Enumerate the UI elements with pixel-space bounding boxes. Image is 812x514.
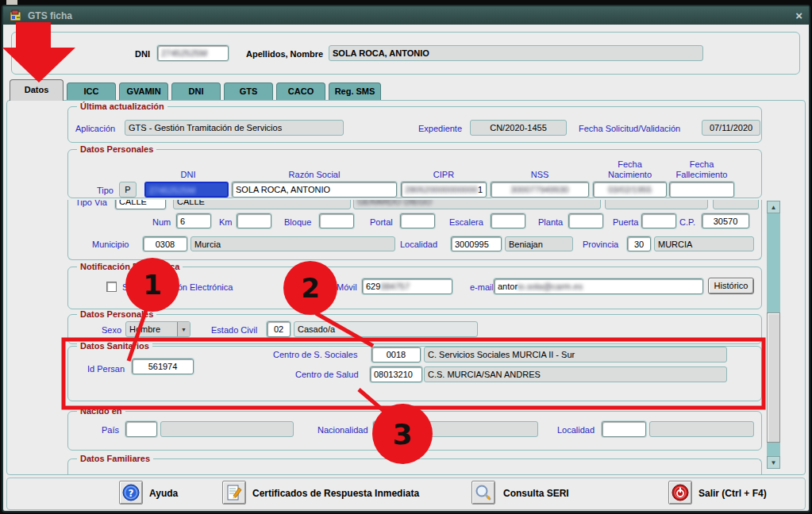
- fecha-nacimiento-field[interactable]: 03/02/1955: [593, 182, 667, 198]
- title-bar[interactable]: GTS ficha ×: [3, 6, 809, 25]
- svg-text:?: ?: [129, 488, 134, 499]
- cp-field[interactable]: 30570: [702, 213, 749, 228]
- desktop-stage: GTS ficha × DNI 27452525M Apellidos, Nom…: [0, 0, 812, 514]
- col-fecha-fallecimiento-1: Fecha: [669, 159, 734, 169]
- municipio-code-field[interactable]: 0308: [143, 236, 187, 251]
- certificados-button[interactable]: [222, 481, 246, 504]
- historico-button[interactable]: Histórico: [708, 278, 754, 294]
- portal-label: Portal: [370, 217, 393, 227]
- salir-button[interactable]: [668, 481, 692, 504]
- nacionalidad-code-field[interactable]: 001: [373, 421, 402, 437]
- planta-label: Planta: [538, 217, 563, 227]
- nacido-localidad-code-field[interactable]: [602, 421, 646, 437]
- tipo-via-desc-field: CALLE: [173, 200, 351, 209]
- solo-notificacion-label: Sólo Notificación Electrónica: [122, 282, 233, 292]
- tab-datos[interactable]: Datos: [10, 79, 63, 101]
- expediente-field: CN/2020-1455: [470, 120, 567, 136]
- power-icon: [672, 484, 689, 501]
- tab-caco[interactable]: CACO: [276, 82, 325, 101]
- id-persan-label: Id Persan: [87, 364, 125, 374]
- header-dni-field[interactable]: 27452525M: [157, 45, 229, 61]
- provincia-code-field[interactable]: 30: [627, 236, 651, 251]
- col-dni: DNI: [148, 170, 228, 179]
- provincia-label: Provincia: [583, 240, 618, 249]
- datos-familiares-fieldset: [67, 458, 762, 474]
- localidad-code-field[interactable]: 3000995: [451, 236, 502, 251]
- escalera-label: Escalera: [449, 217, 483, 227]
- centro-ss-code-field[interactable]: 0018: [371, 347, 421, 362]
- app-icon: [10, 10, 22, 22]
- expediente-label: Expediente: [418, 124, 462, 133]
- puerta-label: Puerta: [613, 217, 638, 227]
- puerta-field[interactable]: [641, 213, 676, 228]
- fecha-fallecimiento-field[interactable]: [669, 182, 734, 198]
- header-dni-label: DNI: [135, 49, 150, 59]
- movil-field[interactable]: 629384757: [362, 278, 452, 294]
- bloque-field[interactable]: [319, 213, 354, 228]
- arrow-down-icon: ▼: [771, 459, 777, 466]
- sexo-combobox[interactable]: Hombre ▼: [125, 321, 190, 337]
- certificados-label: Certificados de Respuesta Inmediata: [252, 488, 419, 499]
- tab-dni[interactable]: DNI: [171, 82, 221, 101]
- tipo-via-label: Tipo Via: [75, 200, 107, 207]
- search-icon: [475, 484, 492, 501]
- solo-notificacion-checkbox[interactable]: [106, 282, 117, 292]
- nacionalidad-desc-field: [405, 421, 538, 437]
- col-fecha-fallecimiento-2: Fallecimiento: [669, 170, 734, 179]
- localidad-desc-field: Beniajan: [505, 236, 573, 251]
- localidad-label: Localidad: [400, 240, 437, 249]
- header-name-field: SOLA ROCA, ANTONIO: [329, 45, 703, 61]
- tab-reg-sms[interactable]: Reg. SMS: [329, 82, 381, 101]
- tab-icc[interactable]: ICC: [67, 82, 116, 101]
- ultima-actualizacion-legend: Última actualización: [77, 102, 167, 111]
- scroll-up-button[interactable]: ▲: [767, 201, 780, 213]
- tab-gts[interactable]: GTS: [224, 82, 273, 101]
- escalera-field[interactable]: [491, 213, 525, 228]
- consulta-seri-button[interactable]: [471, 481, 495, 504]
- nss-field[interactable]: 300077949930: [491, 182, 589, 198]
- col-cipr: CIPR: [401, 170, 487, 179]
- centro-salud-code-field[interactable]: 08013210: [370, 366, 422, 382]
- sexo-label: Sexo: [102, 325, 121, 335]
- estado-civil-label: Estado Civil: [211, 325, 257, 335]
- nacido-en-legend: Nacido en: [77, 406, 125, 416]
- ayuda-button[interactable]: ?: [119, 481, 143, 504]
- tipo-via-code-field[interactable]: CALLE: [115, 200, 166, 209]
- notificacion-legend: Notificación Electrónica: [77, 262, 183, 271]
- municipio-label: Municipio: [92, 240, 129, 249]
- close-icon[interactable]: ×: [795, 10, 802, 21]
- razon-social-field[interactable]: SOLA ROCA, ANTONIO: [232, 182, 397, 198]
- datos-personales-legend: Datos Personales: [77, 144, 156, 154]
- email-field[interactable]: antorio.sola@carm.es: [494, 278, 703, 294]
- estado-civil-desc-field: Casado/a: [294, 321, 478, 337]
- col-nss: NSS: [491, 170, 589, 179]
- tab-gvamin[interactable]: GVAMIN: [119, 82, 168, 101]
- via-nombre-field: GERARDO DIEGO: [353, 200, 601, 209]
- cipr-field[interactable]: 2805200000000001: [401, 182, 487, 198]
- provincia-desc-field: MURCIA: [654, 236, 754, 251]
- datos-familiares-legend: Datos Familiares: [77, 454, 153, 463]
- num-field[interactable]: 6: [176, 213, 211, 228]
- tipo-via-clipped-row: Tipo Via CALLE CALLE GERARDO DIEGO: [68, 200, 760, 211]
- planta-field[interactable]: [568, 213, 603, 228]
- col-razon-social: Razón Social: [232, 170, 397, 179]
- help-icon: ?: [122, 484, 140, 501]
- header-name-label: Apellidos, Nombre: [246, 49, 323, 59]
- col-fecha-nacimiento-1: Fecha: [593, 159, 667, 169]
- centro-ss-desc-field: C. Servicios Sociales MURCIA II - Sur: [424, 347, 727, 362]
- sexo-dropdown-icon[interactable]: ▼: [177, 322, 190, 336]
- id-persan-field[interactable]: 561974: [132, 359, 194, 374]
- num-label: Num: [152, 217, 171, 227]
- datos-sanitarios-legend: Datos Sanitarios: [77, 341, 152, 351]
- document-pencil-icon: [225, 484, 243, 501]
- pais-code-field[interactable]: [125, 421, 157, 437]
- portal-field[interactable]: [400, 213, 435, 228]
- scrollbar-thumb[interactable]: [767, 313, 780, 443]
- scroll-down-button[interactable]: ▼: [767, 456, 780, 469]
- sexo-value: Hombre: [129, 324, 160, 334]
- km-field[interactable]: [237, 213, 271, 228]
- bloque-label: Bloque: [284, 217, 311, 227]
- ayuda-label: Ayuda: [149, 488, 178, 499]
- estado-civil-code-field[interactable]: 02: [267, 321, 291, 337]
- dni-field[interactable]: 27452525M: [144, 182, 229, 198]
